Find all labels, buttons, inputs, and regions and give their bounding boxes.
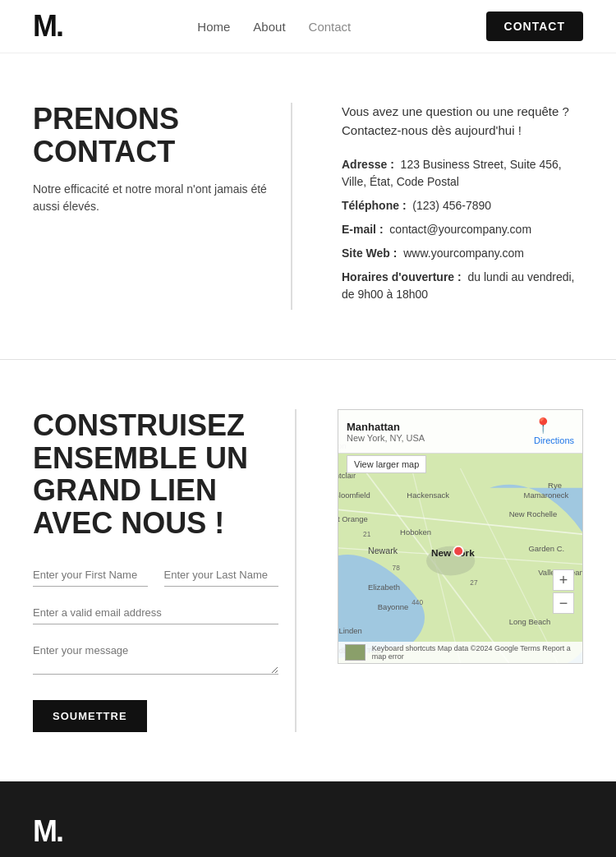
first-name-field bbox=[33, 564, 148, 587]
map-title: Manhattan bbox=[347, 421, 425, 433]
phone-line: Téléphone : (123) 456-7890 bbox=[342, 197, 583, 214]
map-zoom-out[interactable]: − bbox=[553, 592, 574, 614]
last-name-field bbox=[164, 564, 279, 587]
last-name-input[interactable] bbox=[164, 564, 279, 587]
svg-text:Hackensack: Hackensack bbox=[407, 491, 449, 500]
svg-text:Bloomfield: Bloomfield bbox=[338, 491, 370, 500]
nav-contact[interactable]: Contact bbox=[309, 20, 352, 34]
address-line: Adresse : 123 Business Street, Suite 456… bbox=[342, 156, 583, 191]
nav: Home About Contact bbox=[197, 20, 351, 34]
email-line: E-mail : contact@yourcompany.com bbox=[342, 221, 583, 238]
map-info-bar: Manhattan New York, NY, USA 📍 Directions bbox=[338, 410, 582, 454]
contact-info: Adresse : 123 Business Street, Suite 456… bbox=[342, 156, 583, 303]
map-info-right: 📍 Directions bbox=[534, 417, 574, 446]
svg-text:440: 440 bbox=[411, 598, 423, 606]
hours-line: Horaires d'ouverture : du lundi au vendr… bbox=[342, 269, 583, 303]
section1-left: PRENONS CONTACT Notre efficacité et notr… bbox=[33, 103, 292, 310]
email-label: E-mail : bbox=[342, 223, 384, 236]
web-label: Site Web : bbox=[342, 247, 397, 260]
web-value: www.yourcompany.com bbox=[403, 247, 524, 260]
map-thumb bbox=[345, 644, 365, 661]
svg-text:21: 21 bbox=[363, 530, 371, 538]
map-directions-link[interactable]: Directions bbox=[534, 435, 574, 445]
phone-value: (123) 456-7890 bbox=[412, 199, 491, 212]
section2-right: Manhattan New York, NY, USA 📍 Directions… bbox=[329, 409, 583, 732]
email-value: contact@yourcompany.com bbox=[389, 223, 531, 236]
map-info-left: Manhattan New York, NY, USA bbox=[347, 421, 425, 443]
map-footer: Keyboard shortcuts Map data ©2024 Google… bbox=[338, 642, 582, 663]
map-footer-text: Keyboard shortcuts Map data ©2024 Google… bbox=[372, 644, 576, 661]
contact-header-button[interactable]: CONTACT bbox=[486, 12, 583, 41]
svg-text:New York: New York bbox=[431, 547, 475, 559]
svg-text:East Orange: East Orange bbox=[338, 514, 368, 523]
web-line: Site Web : www.yourcompany.com bbox=[342, 245, 583, 262]
address-label: Adresse : bbox=[342, 158, 394, 171]
svg-text:Long Beach: Long Beach bbox=[509, 617, 551, 626]
svg-point-29 bbox=[453, 546, 463, 556]
section-form-map: CONSTRUISEZ ENSEMBLE UN GRAND LIEN AVEC … bbox=[0, 360, 616, 781]
svg-text:New Rochelle: New Rochelle bbox=[509, 509, 557, 518]
map-pin-icon: 📍 bbox=[534, 417, 552, 434]
nav-about[interactable]: About bbox=[253, 20, 285, 34]
svg-text:27: 27 bbox=[470, 578, 478, 587]
map-subtitle: New York, NY, USA bbox=[347, 433, 425, 443]
phone-label: Téléphone : bbox=[342, 199, 407, 212]
email-field-wrap bbox=[33, 601, 278, 624]
map-larger-link[interactable]: View larger map bbox=[347, 455, 426, 473]
svg-text:Elizabeth: Elizabeth bbox=[368, 583, 400, 592]
section1-heading: PRENONS CONTACT bbox=[33, 103, 274, 168]
section1-intro: Vous avez une question ou une requête ? … bbox=[342, 103, 583, 140]
logo: M. bbox=[33, 12, 62, 41]
svg-text:Bayonne: Bayonne bbox=[378, 602, 408, 611]
submit-button[interactable]: SOUMETTRE bbox=[33, 700, 147, 732]
form-name-row bbox=[33, 564, 278, 587]
section2-heading: CONSTRUISEZ ENSEMBLE UN GRAND LIEN AVEC … bbox=[33, 409, 278, 539]
section1-right: Vous avez une question ou une requête ? … bbox=[325, 103, 583, 310]
footer-logo: M. bbox=[33, 814, 583, 849]
message-field-wrap bbox=[33, 639, 278, 677]
map-zoom-controls: + − bbox=[553, 569, 574, 614]
map-zoom-in[interactable]: + bbox=[553, 569, 574, 591]
hours-label: Horaires d'ouverture : bbox=[342, 270, 462, 283]
svg-text:Mamaroneck: Mamaroneck bbox=[524, 491, 569, 500]
section1-subtext: Notre efficacité et notre moral n'ont ja… bbox=[33, 181, 274, 215]
svg-text:Hoboken: Hoboken bbox=[400, 528, 431, 537]
svg-text:Linden: Linden bbox=[338, 626, 361, 635]
svg-text:78: 78 bbox=[393, 564, 401, 572]
svg-text:Garden C.: Garden C. bbox=[528, 544, 564, 553]
section-contact-info: PRENONS CONTACT Notre efficacité et notr… bbox=[0, 53, 616, 360]
message-textarea[interactable] bbox=[33, 639, 278, 675]
section2-left: CONSTRUISEZ ENSEMBLE UN GRAND LIEN AVEC … bbox=[33, 409, 297, 732]
email-input[interactable] bbox=[33, 601, 278, 624]
map-container: Manhattan New York, NY, USA 📍 Directions… bbox=[338, 409, 583, 664]
svg-text:Rye: Rye bbox=[548, 481, 562, 490]
svg-text:Newark: Newark bbox=[368, 546, 398, 555]
nav-home[interactable]: Home bbox=[197, 20, 230, 34]
first-name-input[interactable] bbox=[33, 564, 148, 587]
footer: M. ADRESSE 123 Business Street, Suite 45… bbox=[0, 781, 616, 857]
